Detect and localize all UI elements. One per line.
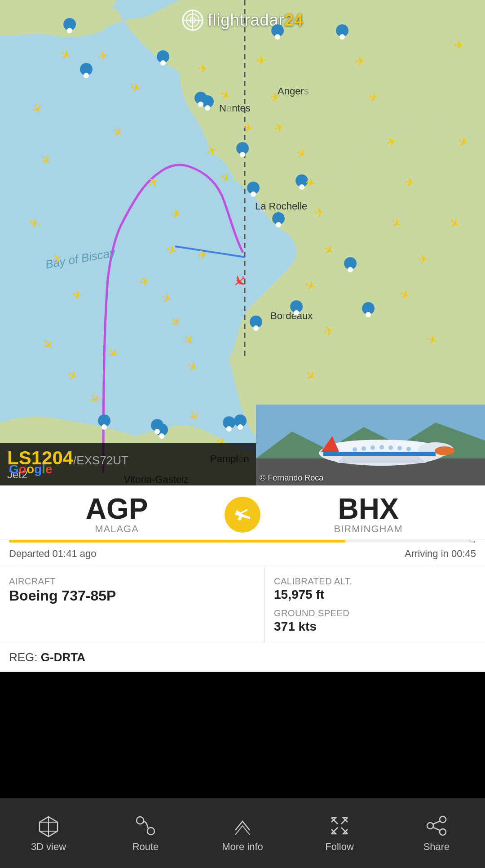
- nav-more-info-label: More info: [222, 841, 263, 853]
- svg-point-42: [388, 445, 393, 450]
- map[interactable]: flightradar24 Bay of Biscay Nantes Anger…: [0, 0, 485, 485]
- aircraft-photo: © Fernando Roca: [256, 405, 485, 485]
- flight-route-row: AGP MALAGA BHX BIRMINGHAM: [0, 485, 485, 540]
- svg-point-41: [379, 445, 384, 450]
- departed-text: Departed 01:41 ago: [9, 548, 97, 560]
- nav-more-info[interactable]: More info: [194, 814, 291, 853]
- svg-point-44: [406, 447, 411, 451]
- nav-follow[interactable]: Follow: [291, 814, 388, 853]
- route-icon: [134, 814, 157, 837]
- dest-name: BIRMINGHAM: [260, 523, 476, 535]
- svg-point-38: [353, 447, 357, 452]
- ground-speed-value: 371 kts: [274, 619, 476, 634]
- svg-point-40: [370, 445, 375, 450]
- nav-3d-label: 3D view: [31, 841, 66, 853]
- nav-share-label: Share: [423, 841, 450, 853]
- svg-point-45: [435, 446, 454, 455]
- svg-point-56: [440, 816, 446, 823]
- dest-block: BHX BIRMINGHAM: [260, 494, 476, 535]
- city-nantes: Nantes: [219, 102, 251, 114]
- plane-center-icon: [225, 497, 260, 533]
- ground-speed-label: GROUND SPEED: [274, 608, 476, 619]
- cube-icon: [37, 814, 60, 837]
- app-header: flightradar24: [0, 9, 485, 31]
- aircraft-type-label: Aircraft: [9, 576, 256, 587]
- progress-bar-bg: →: [9, 540, 476, 543]
- nav-follow-label: Follow: [325, 841, 354, 853]
- svg-line-60: [433, 828, 440, 830]
- nav-route[interactable]: Route: [97, 814, 194, 853]
- origin-code: AGP: [9, 494, 225, 523]
- city-larochelle: La Rochelle: [255, 200, 307, 212]
- progress-bar-row: →: [0, 540, 485, 546]
- share-icon: [425, 814, 448, 837]
- svg-point-43: [397, 446, 402, 450]
- airplane-48: ✈: [453, 37, 465, 53]
- nav-3d-view[interactable]: 3D view: [0, 814, 97, 853]
- departed-arriving-row: Departed 01:41 ago Arriving in 00:45: [0, 546, 485, 567]
- details-row: Aircraft Boeing 737-85P CALIBRATED ALT. …: [0, 567, 485, 643]
- nav-route-label: Route: [132, 841, 159, 853]
- svg-rect-37: [323, 452, 436, 456]
- progress-arrow: →: [468, 536, 477, 547]
- airplane-40: ✈: [354, 53, 366, 69]
- airplane-19: ✈: [197, 61, 209, 76]
- aircraft-type-value: Boeing 737-85P: [9, 588, 256, 604]
- details-left: Aircraft Boeing 737-85P: [0, 567, 265, 643]
- svg-point-57: [427, 823, 433, 829]
- svg-point-51: [147, 828, 154, 835]
- arriving-text: Arriving in 00:45: [405, 548, 476, 560]
- aircraft-reg-row: REG: G-DRTA: [0, 643, 485, 672]
- svg-point-39: [362, 446, 366, 451]
- city-bordeaux: Bordeaux: [270, 310, 313, 322]
- progress-bar-fill: [9, 540, 345, 543]
- svg-line-59: [433, 821, 440, 824]
- nav-share[interactable]: Share: [388, 814, 485, 853]
- airplane-29: ✈: [256, 53, 267, 68]
- flight-info-panel: AGP MALAGA BHX BIRMINGHAM → Departed 01:…: [0, 485, 485, 672]
- city-angers: Angers: [278, 85, 309, 97]
- app-title: flightradar24: [207, 11, 303, 30]
- svg-point-58: [440, 829, 446, 835]
- google-logo: Google: [9, 462, 52, 476]
- origin-block: AGP MALAGA: [9, 494, 225, 535]
- calibrated-alt-value: 15,975 ft: [274, 588, 476, 602]
- calibrated-alt-label: CALIBRATED ALT.: [274, 576, 476, 587]
- dest-code: BHX: [260, 494, 476, 523]
- chevron-up-icon: [231, 814, 254, 837]
- bottom-nav: 3D view Route More info Follow: [0, 798, 485, 868]
- collapse-icon: [328, 814, 351, 837]
- details-right: CALIBRATED ALT. 15,975 ft GROUND SPEED 3…: [265, 567, 485, 643]
- photo-credit: © Fernando Roca: [260, 473, 323, 483]
- origin-name: MALAGA: [9, 523, 225, 535]
